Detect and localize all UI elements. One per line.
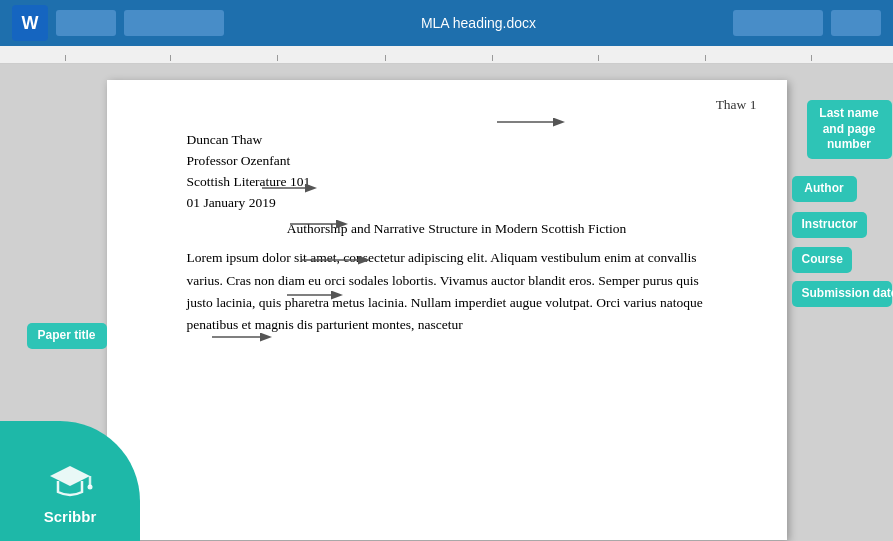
document-body: Lorem ipsum dolor sit amet, consectetur … [187,247,727,336]
body-text: Lorem ipsum dolor sit amet, consectetur … [187,247,727,336]
document-meta: Duncan Thaw Professor Ozenfant Scottish … [187,130,727,214]
annotation-author: Author [792,176,857,202]
annotation-last-name: Last name and page number [807,100,892,159]
annotation-course: Course [792,247,852,273]
word-logo: W [12,5,48,41]
toolbar-button-1[interactable] [56,10,116,36]
author-line: Duncan Thaw [187,130,727,151]
page-area: Thaw 1 Duncan Thaw Professor Ozenfant Sc… [0,64,893,541]
toolbar-button-3[interactable] [733,10,823,36]
scribbr-label: Scribbr [44,508,97,525]
toolbar-button-4[interactable] [831,10,881,36]
document-page: Thaw 1 Duncan Thaw Professor Ozenfant Sc… [107,80,787,540]
paper-title-line: Authorship and Narrative Structure in Mo… [187,218,727,240]
svg-point-8 [88,485,93,490]
ruler [0,46,893,64]
toolbar-button-2[interactable] [124,10,224,36]
toolbar: W MLA heading.docx [0,0,893,46]
scribbr-icon [46,456,94,504]
annotation-submission-date: Submission date [792,281,892,307]
date-line: 01 January 2019 [187,193,727,214]
course-line: Scottish Literature 101 [187,172,727,193]
header-name-page: Thaw 1 [716,97,757,112]
svg-marker-6 [50,466,90,486]
document-header-right: Thaw 1 [716,94,757,116]
annotation-paper-title: Paper title [27,323,107,349]
annotation-instructor: Instructor [792,212,867,238]
instructor-line: Professor Ozenfant [187,151,727,172]
document-title: MLA heading.docx [232,15,725,31]
